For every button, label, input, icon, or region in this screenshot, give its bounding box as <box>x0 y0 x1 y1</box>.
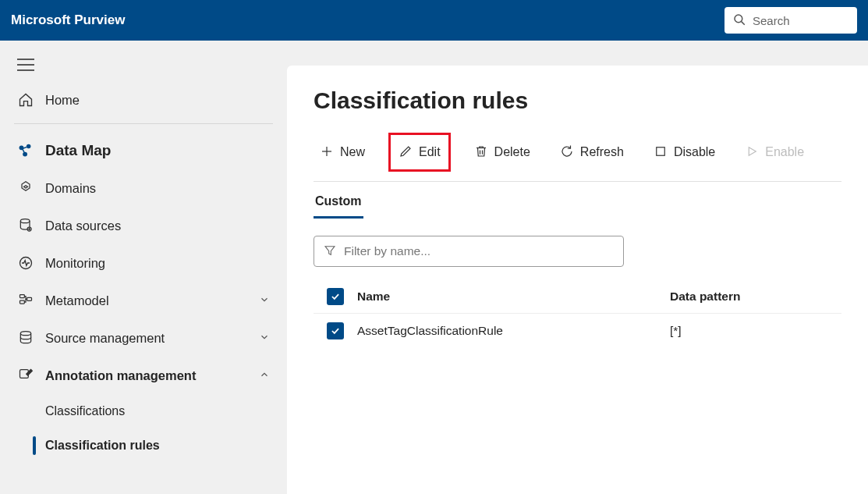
row-checkbox[interactable] <box>327 322 344 339</box>
sidebar-item-metamodel[interactable]: Metamodel <box>0 282 287 319</box>
svg-rect-17 <box>27 297 32 300</box>
svg-line-9 <box>23 149 24 152</box>
hamburger-button[interactable] <box>0 52 287 81</box>
data-map-icon <box>17 142 34 159</box>
sidebar-item-source-management[interactable]: Source management <box>0 319 287 357</box>
filter-input[interactable] <box>344 244 614 258</box>
data-sources-icon <box>17 217 34 234</box>
column-header-name[interactable]: Name <box>357 290 670 304</box>
svg-marker-26 <box>325 246 335 254</box>
toolbar-label: Refresh <box>580 145 624 159</box>
refresh-icon <box>560 144 574 161</box>
svg-rect-24 <box>657 147 665 155</box>
svg-point-6 <box>27 144 30 149</box>
sidebar-item-label: Domains <box>45 181 270 196</box>
refresh-button[interactable]: Refresh <box>554 137 630 168</box>
toolbar: New Edit <box>314 133 841 182</box>
annotation-management-icon <box>17 367 34 384</box>
metamodel-icon <box>17 292 34 309</box>
sidebar-item-label: Home <box>45 93 270 108</box>
sidebar-item-label: Data sources <box>45 219 270 233</box>
svg-rect-16 <box>20 300 25 304</box>
svg-marker-25 <box>749 147 756 155</box>
chevron-up-icon <box>259 369 270 382</box>
content-card: Classification rules New Edit <box>287 66 868 494</box>
sidebar-item-label: Classifications <box>45 404 270 418</box>
sidebar-item-monitoring[interactable]: Monitoring <box>0 244 287 282</box>
chevron-down-icon <box>259 294 270 307</box>
cell-name: AssetTagClassificationRule <box>357 324 670 338</box>
search-box[interactable] <box>725 7 857 34</box>
sidebar-item-label: Monitoring <box>45 256 270 271</box>
svg-rect-15 <box>20 295 25 298</box>
enable-button: Enable <box>739 137 810 168</box>
sidebar-section-label: Data Map <box>45 142 270 159</box>
tabs: Custom <box>314 190 841 219</box>
sidebar-subitem-classification-rules[interactable]: Classification rules <box>33 428 287 463</box>
monitoring-icon <box>17 254 34 272</box>
home-icon <box>17 91 34 108</box>
tab-label: Custom <box>315 194 362 208</box>
tab-custom[interactable]: Custom <box>314 190 363 219</box>
funnel-icon <box>324 244 344 259</box>
toolbar-label: New <box>340 145 365 159</box>
toolbar-label: Enable <box>765 145 804 159</box>
sidebar-section-data-map[interactable]: Data Map <box>0 132 287 169</box>
delete-button[interactable]: Delete <box>468 137 537 168</box>
sidebar-item-domains[interactable]: Domains <box>0 169 287 207</box>
sidebar-item-label: Annotation management <box>45 368 259 383</box>
table-header: Name Data pattern <box>314 279 841 314</box>
column-header-data-pattern[interactable]: Data pattern <box>670 290 841 304</box>
trash-icon <box>474 144 488 161</box>
sidebar-item-label: Classification rules <box>45 439 270 453</box>
search-icon <box>732 12 753 29</box>
cell-data-pattern: [*] <box>670 324 841 338</box>
sidebar-item-label: Source management <box>45 331 259 346</box>
svg-point-10 <box>20 219 30 223</box>
disable-button[interactable]: Disable <box>647 137 721 168</box>
plus-icon <box>320 144 334 161</box>
select-all-checkbox[interactable] <box>327 288 344 305</box>
toolbar-label: Delete <box>494 145 530 159</box>
svg-line-1 <box>742 21 745 24</box>
toolbar-label: Edit <box>419 145 441 159</box>
search-input[interactable] <box>753 14 849 27</box>
edit-button[interactable]: Edit <box>388 133 451 172</box>
sidebar-item-annotation-management[interactable]: Annotation management <box>0 357 287 394</box>
new-button[interactable]: New <box>314 137 371 168</box>
brand: Microsoft Purview <box>11 12 125 28</box>
sidebar-subitem-classifications[interactable]: Classifications <box>33 394 287 428</box>
play-icon <box>745 144 759 161</box>
sidebar-divider <box>14 123 273 124</box>
table-row[interactable]: AssetTagClassificationRule [*] <box>314 314 841 348</box>
domains-icon <box>17 179 34 197</box>
toolbar-label: Disable <box>674 145 715 159</box>
page-title: Classification rules <box>314 87 841 114</box>
svg-point-18 <box>20 332 30 336</box>
svg-point-0 <box>735 15 742 23</box>
main-area: Classification rules New Edit <box>287 41 868 494</box>
sidebar-item-data-sources[interactable]: Data sources <box>0 207 287 244</box>
sidebar-subnav-annotation: Classifications Classification rules <box>0 394 287 463</box>
top-bar: Microsoft Purview <box>0 0 868 41</box>
sidebar: Home Data Map <box>0 41 287 494</box>
sidebar-item-home[interactable]: Home <box>0 81 287 119</box>
sidebar-item-label: Metamodel <box>45 293 259 308</box>
filter-box[interactable] <box>314 236 624 267</box>
svg-point-7 <box>23 152 27 157</box>
pencil-icon <box>399 144 413 161</box>
chevron-down-icon <box>259 332 270 345</box>
rules-table: Name Data pattern AssetTagClassification… <box>314 279 841 348</box>
square-icon <box>654 144 668 161</box>
source-management-icon <box>17 329 34 347</box>
